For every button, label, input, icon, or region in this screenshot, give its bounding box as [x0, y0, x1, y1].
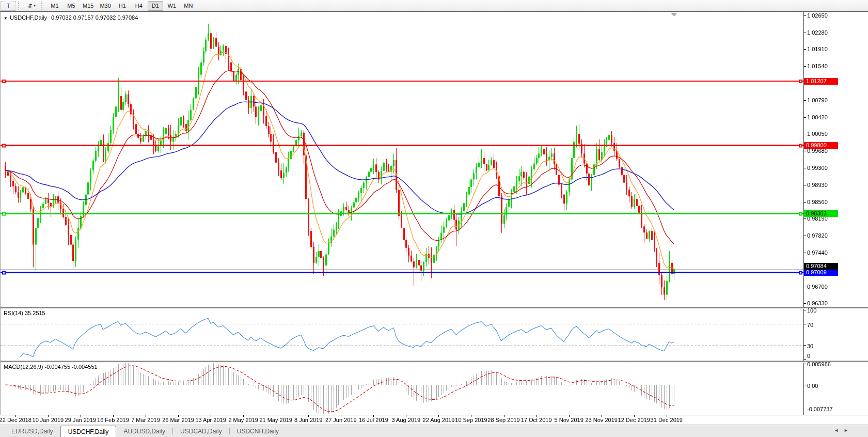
timeframe-button-m5[interactable]: M5	[64, 1, 79, 11]
timeframe-button-d1[interactable]: D1	[148, 1, 163, 11]
terminal-window: T ⇵ ▾ M1M5M15M30H1H4D1W1MN ▼USDCHF,Daily…	[0, 0, 868, 437]
macd-axis-tick: 0.00	[807, 383, 818, 389]
price-axis-tick: 1.02650	[807, 12, 828, 19]
date-axis-label: 21 May 2019	[259, 417, 292, 423]
toolbar-separator	[41, 2, 45, 10]
tab-scroll-left-icon[interactable]: ◄	[834, 428, 844, 433]
text-tool-button[interactable]: T	[1, 1, 16, 11]
chart-ohlc: 0.97032 0.97157 0.97032 0.97084	[51, 14, 138, 21]
date-axis-label: 7 Mar 2019	[131, 417, 160, 423]
date-axis-label: 16 Jul 2019	[359, 417, 388, 423]
timeframe-button-h4[interactable]: H4	[131, 1, 147, 11]
toolbar: T ⇵ ▾ M1M5M15M30H1H4D1W1MN	[0, 0, 868, 12]
price-axis-tick: 0.99300	[807, 165, 828, 171]
rsi-axis-tick: 0	[807, 353, 810, 359]
date-axis-label: 2 May 2019	[228, 417, 258, 423]
price-axis-tick: 1.00420	[807, 114, 828, 120]
date-axis-label: 29 Jan 2019	[65, 417, 97, 423]
chart-window: ▼USDCHF,Daily0.97032 0.97157 0.97032 0.9…	[0, 11, 868, 425]
date-axis-label: 26 Mar 2019	[162, 417, 194, 423]
macd-values: -0.004755 -0.004551	[44, 364, 97, 370]
chart-tab-usdchf[interactable]: USDCHF,Daily	[60, 426, 117, 437]
chart-symbol: USDCHF,Daily	[10, 14, 47, 21]
chevron-down-icon[interactable]: ▾	[34, 4, 36, 8]
date-axis-label: 27 Jun 2019	[325, 417, 357, 423]
chart-tab-bar: EURUSD,DailyUSDCHF,DailyAUDUSD,DailyUSDC…	[0, 425, 868, 437]
price-axis-tick: 0.96700	[807, 284, 828, 290]
rsi-name: RSI(14)	[4, 310, 23, 316]
macd-name: MACD(12,26,9)	[4, 364, 43, 370]
timeframe-button-m15[interactable]: M15	[80, 1, 96, 11]
timeframe-button-h1[interactable]: H1	[115, 1, 130, 11]
date-axis-label: 16 Feb 2019	[97, 417, 129, 423]
date-axis-label: 10 Sep 2019	[455, 417, 487, 423]
timeframe-button-m1[interactable]: M1	[47, 1, 62, 11]
timeframe-button-w1[interactable]: W1	[164, 1, 180, 11]
rsi-axis-tick: 70	[807, 322, 813, 328]
date-axis-label: 10 Jan 2019	[33, 417, 64, 423]
arrange-tool-button[interactable]: ⇵ ▾	[24, 1, 39, 11]
price-axis-tick: 0.96330	[807, 300, 828, 306]
price-axis-tick: 0.97820	[807, 232, 828, 239]
price-axis-tick: 1.00050	[807, 131, 828, 137]
date-axis-label: 22 Aug 2019	[423, 417, 455, 423]
price-axis-tick: 0.97440	[807, 249, 828, 256]
macd-axis-tick: -0.007737	[807, 406, 833, 412]
timeframe-button-m30[interactable]: M30	[97, 1, 113, 11]
rsi-axis-tick: 30	[807, 343, 813, 349]
arrange-icon: ⇵	[27, 3, 32, 9]
price-axis-tick: 1.01910	[807, 46, 828, 52]
timeframe-button-group: M1M5M15M30H1H4D1W1MN	[46, 1, 197, 11]
chart-canvas[interactable]	[0, 12, 868, 425]
collapse-arrow-icon[interactable]: ▼	[4, 16, 8, 21]
price-axis-tick: 0.98930	[807, 182, 828, 188]
date-axis-label: 17 Oct 2019	[521, 417, 552, 423]
tab-scroll-buttons: ◄►	[834, 428, 854, 433]
macd-axis-tick: 0.005986	[807, 361, 831, 367]
price-axis-tick: 1.02280	[807, 29, 828, 36]
toolbar-separator	[18, 2, 22, 10]
price-axis-tick: 0.98560	[807, 199, 828, 205]
chart-title: ▼USDCHF,Daily0.97032 0.97157 0.97032 0.9…	[4, 14, 138, 21]
date-axis-label: 12 Dec 2019	[618, 417, 650, 423]
chart-tab-usdcnh[interactable]: USDCNH,Daily	[230, 425, 286, 437]
hline-price-label: 0.98303	[804, 210, 838, 217]
date-axis-label: 5 Nov 2019	[555, 417, 583, 423]
date-axis-label: 13 Apr 2019	[195, 417, 226, 423]
price-axis-tick: 1.01540	[807, 63, 828, 69]
date-axis-label: 23 Nov 2019	[585, 417, 617, 423]
timeframe-button-mn[interactable]: MN	[181, 1, 196, 11]
hline-price-label: 0.97009	[804, 269, 838, 276]
date-axis-label: 3 Aug 2019	[392, 417, 421, 423]
hline-price-label: 0.99800	[804, 142, 838, 149]
hline-price-label: 1.01207	[804, 78, 838, 85]
rsi-indicator-title: RSI(14) 35.2515	[4, 310, 45, 316]
current-price-label: 0.97084	[804, 263, 838, 270]
date-axis-label: 31 Dec 2019	[651, 417, 683, 423]
tab-scroll-right-icon[interactable]: ►	[844, 428, 854, 433]
chart-tab-eurusd[interactable]: EURUSD,Daily	[4, 425, 60, 437]
rsi-value: 35.2515	[25, 310, 45, 316]
date-axis-label: 8 Jun 2019	[294, 417, 322, 423]
chart-tab-usdcad[interactable]: USDCAD,Daily	[173, 425, 229, 437]
rsi-axis-tick: 100	[807, 307, 816, 314]
date-axis-label: 22 Dec 2018	[0, 417, 31, 423]
macd-indicator-title: MACD(12,26,9) -0.004755 -0.004551	[4, 364, 98, 370]
price-axis-tick: 1.00790	[807, 97, 828, 103]
date-axis-label: 28 Sep 2019	[487, 417, 519, 423]
chart-tab-audusd[interactable]: AUDUSD,Daily	[116, 425, 172, 437]
